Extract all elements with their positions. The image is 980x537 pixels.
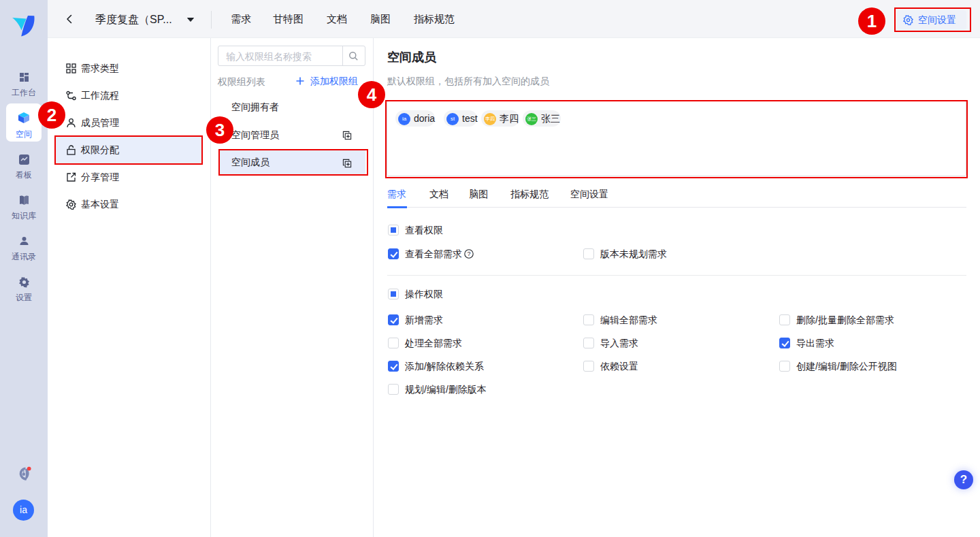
svg-text:?: ?: [467, 250, 470, 257]
